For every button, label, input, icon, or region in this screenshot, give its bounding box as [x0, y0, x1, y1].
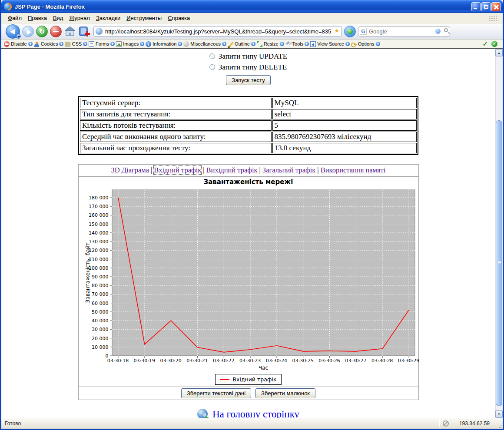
scroll-down-button[interactable]: ▼ — [495, 410, 503, 418]
x-tick-label: 03:30:20 — [158, 358, 184, 364]
menu-help[interactable]: Справка — [165, 13, 193, 23]
x-tick-label: 03:30:24 — [263, 358, 289, 364]
status-ip: 193.34.62.59 — [449, 420, 496, 427]
menu-tools[interactable]: Инструменты — [123, 13, 165, 23]
images-icon — [116, 41, 122, 47]
wd-disable[interactable]: Disable — [4, 41, 33, 47]
legend-label: Вхідний трафік — [232, 376, 276, 383]
run-test-button[interactable]: Запуск тесту — [226, 75, 270, 85]
tab-outgoing-traffic[interactable]: Вихідний трафік — [206, 166, 258, 174]
chevron-down-icon[interactable] — [280, 42, 284, 46]
wd-forms[interactable]: Forms — [89, 41, 115, 47]
home-page-link[interactable]: На головну сторінку — [197, 409, 299, 418]
firefox-window: JSP Page - Mozilla Firefox Файл Правка В… — [0, 0, 504, 430]
home-icon — [64, 25, 76, 37]
chevron-down-icon[interactable] — [110, 42, 115, 46]
y-tick-label: 30 000 — [79, 327, 109, 332]
row-value: MySQL — [272, 98, 417, 108]
chevron-down-icon[interactable] — [28, 42, 33, 46]
new-tab-button[interactable] — [78, 25, 91, 37]
chevron-down-icon[interactable] — [305, 42, 309, 46]
back-dropdown-icon[interactable] — [16, 34, 21, 39]
wd-cookies[interactable]: Cookies — [34, 41, 64, 47]
radio-delete-label: Запити типу DELETE — [219, 63, 287, 72]
menu-grip — [489, 15, 498, 21]
minimize-button[interactable] — [471, 2, 481, 11]
stop-button[interactable] — [50, 26, 62, 37]
wd-options[interactable]: Options — [351, 41, 380, 47]
wd-outline[interactable]: Outline — [228, 41, 255, 47]
radio-row-update: Запити типу UPDATE — [209, 51, 287, 62]
x-tick-label: 03:30:19 — [131, 358, 157, 364]
search-box: G — [358, 26, 450, 36]
chevron-down-icon[interactable] — [345, 42, 350, 46]
tab-total-traffic[interactable]: Загальний трафік — [262, 166, 315, 174]
y-tick-label: 50 000 — [79, 309, 109, 315]
close-button[interactable] — [491, 2, 501, 11]
url-input[interactable] — [93, 26, 342, 36]
row-value: 13.0 секунд — [272, 143, 417, 153]
page-viewport: Запити типу UPDATE Запити типу DELETE За… — [1, 49, 503, 418]
x-tick-label: 03:30:21 — [184, 358, 210, 364]
chevron-down-icon[interactable] — [83, 42, 87, 46]
home-button[interactable] — [64, 25, 76, 37]
menu-bookmarks[interactable]: Закладки — [93, 13, 123, 23]
search-magnifier-icon[interactable] — [444, 28, 448, 32]
tab-memory-usage[interactable]: Використання памяті — [321, 166, 386, 174]
reload-button[interactable]: ↻ — [36, 26, 48, 37]
wd-miscellaneous[interactable]: Miscellaneous — [183, 41, 226, 47]
resize-grip-icon[interactable] — [496, 420, 502, 427]
scroll-up-button[interactable]: ▲ — [495, 49, 503, 56]
wd-images[interactable]: Images — [116, 41, 144, 47]
search-engine-globe-icon[interactable] — [435, 29, 441, 34]
menu-view[interactable]: Вид — [50, 13, 66, 23]
tab-incoming-traffic[interactable]: Вхідний трафік — [154, 166, 201, 174]
tab-3d-diagram[interactable]: 3D Діаграма — [111, 166, 149, 174]
titlebar: JSP Page - Mozilla Firefox — [1, 0, 503, 13]
y-tick-label: 170 000 — [79, 204, 109, 209]
plot-area — [109, 190, 415, 358]
vertical-scrollbar[interactable]: ▲ ▼ — [495, 49, 503, 418]
wd-css[interactable]: CSS — [65, 41, 87, 46]
save-text-data-button[interactable]: Зберегти текстові дані — [181, 388, 251, 398]
chevron-down-icon[interactable] — [178, 42, 182, 46]
outline-icon — [228, 41, 233, 47]
information-icon: i — [146, 41, 151, 47]
row-value: 835.9807692307693 мілісекунд — [272, 132, 417, 142]
row-value: 5 — [272, 120, 417, 131]
y-tick-label: 150 000 — [79, 222, 109, 227]
chart-tabs: 3D Діаграма|Вхідний трафік|Вихідний траф… — [79, 165, 418, 177]
radio-delete[interactable] — [209, 64, 215, 70]
maximize-button[interactable] — [481, 2, 491, 11]
wd-information[interactable]: iInformation — [146, 41, 182, 47]
page-favicon-globe-icon — [96, 28, 103, 35]
wd-view-source[interactable]: View Source — [310, 41, 350, 47]
save-image-button[interactable]: Зберегти малюнок — [255, 388, 315, 398]
menu-file[interactable]: Файл — [5, 13, 25, 23]
forward-button[interactable] — [22, 26, 34, 37]
table-row: Середній час виконання одного запиту: 83… — [80, 132, 417, 142]
view-source-icon — [310, 41, 316, 47]
bookmark-star-icon[interactable]: ★ — [334, 27, 339, 34]
go-button[interactable] — [344, 26, 356, 37]
chevron-down-icon[interactable] — [376, 42, 380, 46]
chevron-down-icon[interactable] — [59, 42, 63, 46]
y-tick-label: 140 000 — [79, 230, 109, 236]
wd-tools[interactable]: Tools — [285, 41, 309, 47]
chart-title: Завантаженість мережі — [79, 178, 418, 186]
scrollbar-thumb[interactable] — [496, 120, 502, 406]
blocked-popup-icon[interactable] — [443, 420, 449, 427]
radio-update[interactable] — [209, 53, 215, 59]
menu-edit[interactable]: Правка — [25, 13, 50, 23]
chevron-down-icon[interactable] — [222, 42, 226, 46]
table-row: Тестуємий сервер: MySQL — [80, 98, 417, 108]
x-tick-label: 03:30:27 — [343, 358, 369, 364]
menu-history[interactable]: Журнал — [66, 13, 93, 23]
wd-resize[interactable]: Resize — [257, 41, 284, 47]
row-value: select — [272, 109, 417, 119]
chevron-down-icon[interactable] — [251, 42, 255, 46]
webdeveloper-toolbar: Disable Cookies CSS Forms Images iInform… — [1, 40, 503, 49]
back-button[interactable] — [6, 24, 20, 39]
chevron-down-icon[interactable] — [140, 42, 144, 46]
table-row: Загальний час проходження тесту: 13.0 се… — [80, 143, 417, 153]
